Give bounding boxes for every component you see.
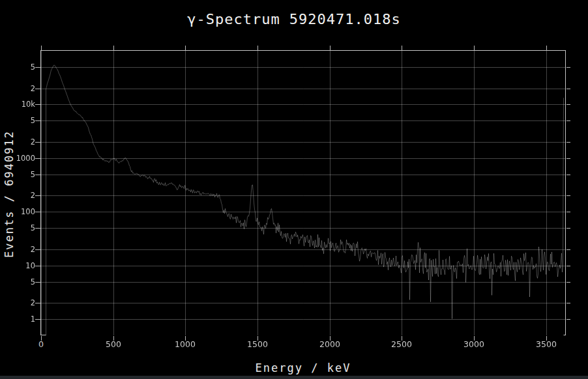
y-tick-label: 5 [0, 224, 35, 232]
y-tick-label: 10k [0, 100, 35, 108]
y-tick-mark-right [566, 142, 570, 143]
y-tick-mark-right [566, 303, 570, 303]
y-tick-label: 5 [0, 278, 35, 286]
x-tick-label: 3000 [451, 340, 497, 349]
x-tick-label: 3500 [523, 340, 569, 349]
y-tick-mark [35, 303, 40, 303]
y-tick-mark-right [566, 282, 570, 283]
x-tick-label: 1000 [162, 340, 208, 349]
y-tick-mark-right [566, 67, 570, 68]
y-tick-label: 100 [0, 208, 35, 216]
x-tick-mark-top [330, 46, 331, 50]
x-tick-mark-top [113, 46, 114, 50]
x-tick-label: 2000 [307, 340, 353, 349]
y-tick-mark-right [566, 212, 570, 212]
y-tick-mark [35, 67, 40, 68]
y-tick-label: 2 [0, 246, 35, 253]
y-tick-mark-right [566, 249, 570, 250]
y-tick-label: 2 [0, 138, 35, 146]
x-tick-mark-top [402, 46, 402, 50]
y-tick-label: 1 [0, 315, 35, 323]
y-tick-mark [35, 89, 40, 89]
y-tick-mark-right [566, 175, 570, 175]
y-tick-label: 5 [0, 117, 35, 124]
y-tick-label: 1000 [0, 154, 35, 162]
y-tick-mark-right [566, 104, 570, 105]
y-tick-label: 10 [0, 262, 35, 270]
y-tick-mark [35, 175, 40, 175]
y-tick-mark [35, 249, 40, 250]
y-tick-label: 2 [0, 85, 35, 92]
x-axis-title: Energy / keV [256, 361, 351, 374]
y-tick-mark [35, 212, 40, 212]
y-tick-mark-right [566, 319, 570, 320]
x-tick-mark-top [546, 46, 547, 50]
y-tick-label: 2 [0, 299, 35, 307]
y-tick-mark [35, 319, 40, 320]
spectrum-plot-area[interactable] [41, 51, 566, 335]
y-tick-label: 5 [0, 171, 35, 178]
y-tick-mark-right [566, 158, 570, 159]
x-tick-mark-top [257, 46, 258, 50]
y-tick-mark [35, 282, 40, 283]
y-tick-mark [35, 158, 40, 159]
window-bottom-edge [0, 376, 588, 379]
y-tick-mark [35, 195, 40, 196]
y-tick-mark [35, 120, 40, 121]
y-tick-mark-right [566, 120, 570, 121]
x-tick-label: 0 [18, 340, 64, 349]
x-tick-mark-top [185, 46, 186, 50]
chart-title: γ-Spectrum 5920471.018s [0, 11, 588, 27]
y-tick-label: 2 [0, 191, 35, 199]
y-tick-mark [35, 142, 40, 143]
app-window: γ-Spectrum 5920471.018s Events / 6940912… [0, 0, 588, 379]
y-tick-label: 5 [0, 63, 35, 71]
y-tick-mark [35, 228, 40, 229]
y-tick-mark [35, 266, 40, 266]
y-tick-mark-right [566, 195, 570, 196]
y-tick-mark-right [566, 228, 570, 229]
y-tick-mark [35, 104, 40, 105]
x-tick-label: 1500 [235, 340, 280, 349]
x-tick-label: 500 [91, 340, 136, 349]
y-tick-mark-right [566, 89, 570, 89]
x-tick-mark-top [41, 46, 42, 50]
y-tick-mark-right [566, 266, 570, 266]
x-tick-mark-top [474, 46, 475, 50]
x-tick-label: 2500 [379, 340, 424, 349]
